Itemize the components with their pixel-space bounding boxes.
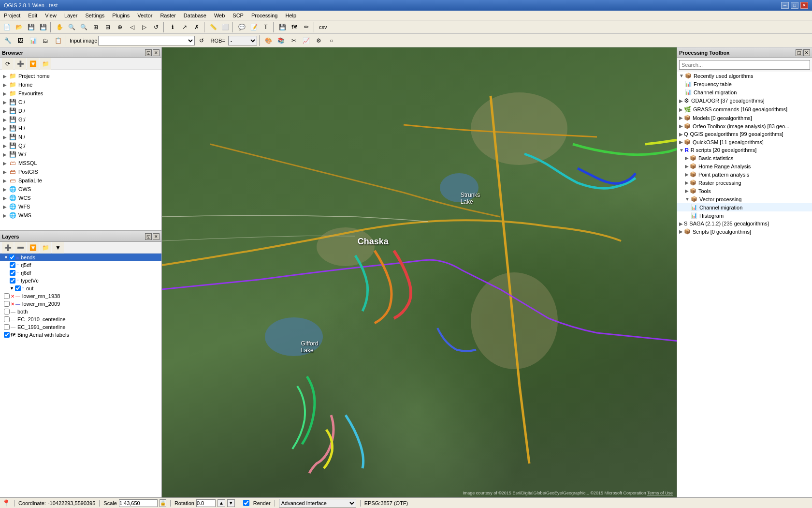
layer-item-bends[interactable]: ▼ ■ bends: [0, 254, 161, 261]
proc-group-header[interactable]: ▼ 📦 Vector processing: [677, 195, 812, 203]
render-checkbox[interactable]: [243, 500, 249, 506]
menu-web[interactable]: Web: [210, 12, 229, 19]
scp-btn3[interactable]: 📊: [27, 35, 39, 46]
proc-group-header[interactable]: ▶ 📦 Basic statistics: [677, 154, 812, 162]
proc-group-header[interactable]: ▼ R R scripts [20 geoalgorithms]: [677, 146, 812, 154]
layers-collapse-btn[interactable]: 📁: [40, 242, 51, 254]
proc-group-header[interactable]: ▶ 📦 Tools: [677, 187, 812, 195]
proc-group-header[interactable]: ▼ 📦 Recently used algorithms: [677, 72, 812, 80]
layers-filter-btn[interactable]: 🔽: [27, 242, 39, 254]
save-btn[interactable]: 💾: [25, 21, 37, 33]
layer-item-ec-1991-centerline[interactable]: — EC_1991_centerline: [0, 323, 161, 331]
deselect-btn[interactable]: ✗: [191, 21, 203, 33]
proc-leaf-item-channel-migration[interactable]: 📊 Channel migration: [677, 88, 812, 96]
layer-checkbox[interactable]: [4, 332, 10, 338]
browser-item-q--[interactable]: ▶ 💾 Q:/: [2, 141, 160, 150]
proc-group-header[interactable]: ▶ ⚙ GDAL/OGR [37 geoalgorithms]: [677, 96, 812, 105]
save-layer-btn[interactable]: 💾: [276, 21, 288, 33]
layer-item-lower-mn-2009[interactable]: ✕ — lower_mn_2009: [0, 300, 161, 308]
digitize-btn[interactable]: ✏: [301, 21, 312, 33]
rotation-input[interactable]: [196, 499, 216, 507]
layer-checkbox[interactable]: [9, 254, 15, 260]
browser-item-c--[interactable]: ▶ 💾 C:/: [2, 98, 160, 106]
layers-tree[interactable]: ▼ ■ bends ⁻ rj5df ⁻ rj6df ⁻ typeIVc: [0, 254, 161, 497]
zoom-out-btn[interactable]: 🔍: [78, 21, 89, 33]
scp-graph-btn[interactable]: 📈: [301, 35, 312, 46]
menu-vector[interactable]: Vector: [133, 12, 156, 19]
measure-btn[interactable]: 📏: [207, 21, 219, 33]
browser-item-project-home[interactable]: ▶ 📁 Project home: [2, 72, 160, 80]
layer-item-out[interactable]: ▼ ⁻ out: [0, 284, 161, 292]
scp-circle-btn[interactable]: ○: [326, 35, 337, 46]
refresh-image-btn[interactable]: ↺: [196, 35, 207, 46]
browser-item-n--[interactable]: ▶ 💾 N:/: [2, 133, 160, 141]
browser-item-favourites[interactable]: ▶ 📁 Favourites: [2, 89, 160, 98]
rotation-down-btn[interactable]: ▼: [227, 499, 235, 507]
layer-checkbox[interactable]: [10, 270, 15, 276]
map-area[interactable]: Chaska GiffordLake StrunksLake Image cou…: [162, 47, 677, 497]
zoom-layer-btn[interactable]: ⊕: [114, 21, 126, 33]
browser-item-d--[interactable]: ▶ 💾 D:/: [2, 106, 160, 115]
browser-add-btn[interactable]: ➕: [14, 58, 26, 70]
browser-collapse-btn[interactable]: 📁: [40, 58, 51, 70]
proc-group-header[interactable]: ▶ 📦 Models [0 geoalgorithms]: [677, 114, 812, 122]
menu-help[interactable]: Help: [281, 12, 300, 19]
browser-item-spatialite[interactable]: ▶ 🗃 SpatiaLite: [2, 176, 160, 185]
save-as-btn[interactable]: 💾: [37, 21, 49, 33]
menu-layer[interactable]: Layer: [60, 12, 82, 19]
scp-btn2[interactable]: 🖼: [14, 35, 26, 46]
browser-item-g--[interactable]: ▶ 💾 G:/: [2, 115, 160, 124]
scale-input[interactable]: [119, 499, 158, 507]
scp-btn1[interactable]: 🔧: [2, 35, 14, 46]
layer-checkbox[interactable]: [10, 262, 15, 268]
proc-leaf-item-frequency-table[interactable]: 📊 Frequency table: [677, 80, 812, 88]
layer-item-rj6df[interactable]: ⁻ rj6df: [0, 269, 161, 277]
browser-item-w--[interactable]: ▶ 💾 W:/: [2, 150, 160, 159]
browser-item-home[interactable]: ▶ 📁 Home: [2, 80, 160, 89]
menu-settings[interactable]: Settings: [81, 12, 108, 19]
label-btn[interactable]: T: [260, 21, 272, 33]
rotation-up-btn[interactable]: ▲: [218, 499, 225, 507]
maximize-button[interactable]: □: [791, 2, 798, 9]
rgb-select[interactable]: -: [228, 36, 257, 45]
proc-group-header[interactable]: ▶ 📦 Scripts [0 geoalgorithms]: [677, 227, 812, 236]
menu-project[interactable]: Project: [0, 12, 24, 19]
zoom-selection-btn[interactable]: ⊟: [102, 21, 114, 33]
proc-group-header[interactable]: ▶ 📦 Orfeo Toolbox (image analysis) [83 g…: [677, 122, 812, 130]
browser-item-wfs[interactable]: ▶ 🌐 WFS: [2, 202, 160, 211]
browser-filter-btn[interactable]: 🔽: [27, 58, 39, 70]
layer-item-both[interactable]: — both: [0, 308, 161, 315]
menu-edit[interactable]: Edit: [24, 12, 41, 19]
proc-group-header[interactable]: ▶ 📦 Point pattern analysis: [677, 170, 812, 179]
proc-leaf-item-histogram[interactable]: 📊 Histogram: [677, 211, 812, 220]
menu-raster[interactable]: Raster: [156, 12, 179, 19]
browser-item-wms[interactable]: ▶ 🌐 WMS: [2, 211, 160, 220]
layer-item-bing-aerial-with-labels[interactable]: 🗺 Bing Aerial with labels: [0, 331, 161, 339]
annotation-btn[interactable]: 📝: [248, 21, 260, 33]
layers-remove-btn[interactable]: ➖: [14, 242, 26, 254]
proc-search-input[interactable]: [679, 60, 810, 70]
proc-group-header[interactable]: ▶ 📦 QuickOSM [11 geoalgorithms]: [677, 138, 812, 146]
scp-btn4[interactable]: 🗂: [40, 35, 51, 46]
browser-item-ows[interactable]: ▶ 🌐 OWS: [2, 185, 160, 194]
scp-stack-btn[interactable]: 📚: [276, 35, 287, 46]
layers-more-btn[interactable]: ▼: [52, 242, 64, 254]
proc-group-header[interactable]: ▶ S SAGA (2.1.2) [235 geoalgorithms]: [677, 220, 812, 227]
browser-float-btn[interactable]: ◱: [145, 49, 152, 56]
layer-checkbox[interactable]: [4, 293, 10, 299]
proc-float-btn[interactable]: ◱: [796, 49, 802, 56]
zoom-extent-btn[interactable]: ⊞: [90, 21, 102, 33]
zoom-next-btn[interactable]: ▷: [138, 21, 150, 33]
scp-settings-btn[interactable]: ⚙: [313, 35, 325, 46]
proc-close-btn[interactable]: ✕: [803, 49, 810, 56]
scp-clip-btn[interactable]: ✂: [288, 35, 300, 46]
layers-add-btn[interactable]: ➕: [2, 242, 14, 254]
zoom-prev-btn[interactable]: ◁: [126, 21, 138, 33]
menu-view[interactable]: View: [41, 12, 60, 19]
browser-item-wcs[interactable]: ▶ 🌐 WCS: [2, 194, 160, 202]
browser-home-btn[interactable]: ⟳: [2, 58, 14, 70]
layer-checkbox[interactable]: [4, 324, 10, 330]
close-button[interactable]: ✕: [800, 2, 808, 9]
scp-color-btn[interactable]: 🎨: [263, 35, 275, 46]
layer-item-ec-2010-centerline[interactable]: — EC_2010_centerline: [0, 315, 161, 323]
